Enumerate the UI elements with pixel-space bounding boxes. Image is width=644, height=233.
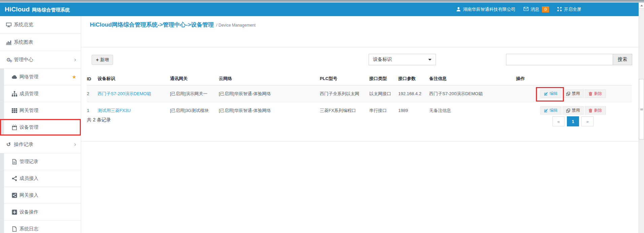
disable-button[interactable]: 禁用 [563, 89, 584, 98]
edit-button[interactable]: 编辑 [540, 106, 562, 115]
column-header-id: ID [87, 72, 98, 85]
edit-button[interactable]: 编辑 [540, 89, 562, 98]
app-logo: HiCloud 网络综合管理系统 [5, 6, 70, 13]
calendar-icon [11, 124, 17, 130]
company-name: 湖南华辰智通科技有限公司 [463, 6, 515, 12]
share-square-icon [11, 192, 17, 198]
sidebar-item-device-management[interactable]: 设备管理 [0, 119, 81, 136]
sidebar-item-gateway-management[interactable]: 网关管理 [0, 102, 81, 119]
history-icon: ↺ [6, 142, 11, 147]
column-header-iface-param: 接口参数 [398, 72, 429, 85]
pagination: « 1 » [552, 116, 594, 126]
delete-button[interactable]: 删除 [585, 89, 606, 98]
gears-icon: ⚙⚙ [6, 57, 11, 63]
search-input[interactable] [506, 54, 613, 65]
delete-button-label: 删除 [594, 108, 602, 113]
chevron-right-icon: › [74, 141, 76, 147]
table-row: 1 测试用三菱FX3U [已启用]3G测试模块 [已启用]华辰智通-体验网络 三… [87, 102, 632, 119]
sidebar-item-label: 网络管理 [20, 74, 38, 80]
plus-square-icon [11, 209, 17, 215]
sidebar-item-label: 设备管理 [20, 124, 38, 130]
cell-remark: 无备注信息 [429, 102, 516, 119]
device-link[interactable]: 西门子S7-200演示DEMO箱 [98, 91, 151, 96]
fullscreen-icon [557, 7, 562, 12]
sidebar-item-member-management[interactable]: 成员管理 [0, 85, 81, 102]
cell-iface-type: 以太网接口 [369, 85, 398, 102]
company-account[interactable]: 湖南华辰智通科技有限公司 [456, 6, 515, 12]
messages-button[interactable]: 消息 0 [523, 6, 549, 12]
fullscreen-label: 开启全屏 [564, 6, 581, 12]
page-title: HiCloud网络综合管理系统->管理中心->设备管理 [90, 21, 214, 29]
sidebar-item-system-charts[interactable]: 系统图表 [0, 34, 81, 51]
column-header-plc: PLC型号 [320, 72, 369, 85]
page-subtitle: / Device Management [216, 23, 256, 28]
window-top-edge [0, 0, 644, 3]
sidebar-item-label: 系统日志 [20, 226, 38, 232]
filter-field-select[interactable]: 设备标识 [369, 54, 436, 65]
sidebar-item-management-records[interactable]: 管理记录 [0, 153, 81, 170]
sidebar-item-label: 成员管理 [20, 91, 38, 97]
divider [81, 141, 639, 142]
column-header-remark: 备注信息 [429, 72, 516, 85]
delete-button[interactable]: 删除 [585, 106, 606, 115]
pagination-prev-button[interactable]: « [552, 116, 565, 126]
sidebar-item-gateway-access[interactable]: 网关接入 [0, 187, 81, 204]
cell-iface-param: 1989 [398, 102, 429, 119]
application-window: HiCloud 网络综合管理系统 湖南华辰智通科技有限公司 消息 0 [0, 3, 639, 233]
top-navbar: HiCloud 网络综合管理系统 湖南华辰智通科技有限公司 消息 0 [0, 3, 639, 16]
disable-button-label: 禁用 [572, 91, 580, 96]
scrollbar-thumb[interactable] [639, 79, 644, 140]
star-icon[interactable]: ★ [72, 74, 76, 80]
column-header-gateway: 通讯网关 [170, 72, 219, 85]
user-icon [456, 7, 461, 12]
sidebar-menu: 系统总览 系统图表 ⚙⚙ 管理中心 › 网络管理 ★ [0, 16, 81, 233]
search-button[interactable]: 搜索 [613, 54, 632, 65]
bar-chart-icon [6, 39, 11, 45]
sidebar-item-label: 系统图表 [14, 39, 33, 45]
fullscreen-button[interactable]: 开启全屏 [557, 6, 581, 12]
clone-icon [566, 109, 570, 113]
disable-button[interactable]: 禁用 [563, 106, 584, 115]
column-header-cloud: 云网络 [219, 72, 320, 85]
cell-cloud: [已启用]华辰智通-体验网络 [219, 102, 320, 119]
sidebar-item-label: 管理中心 [14, 56, 33, 63]
scrollbar-up-arrow[interactable] [639, 3, 644, 8]
edit-button-label: 编辑 [550, 91, 558, 96]
sidebar-item-operation-records[interactable]: ↺ 操作记录 › [0, 136, 81, 153]
content-shell: 系统总览 系统图表 ⚙⚙ 管理中心 › 网络管理 ★ [0, 16, 639, 233]
share-icon [11, 176, 17, 181]
cell-remark: 西门子S7-200演示DEMO箱 [429, 85, 516, 102]
table-row: 2 西门子S7-200演示DEMO箱 [已启用]演示网关一 [已启用]华辰智通-… [87, 85, 632, 102]
cell-iface-type: 串行接口 [369, 102, 398, 119]
sidebar-item-label: 管理记录 [20, 159, 38, 165]
sitemap-icon [11, 91, 17, 96]
search-bar: 搜索 [506, 54, 632, 65]
sidebar-item-network-management[interactable]: 网络管理 ★ [0, 69, 81, 85]
cell-id: 2 [87, 85, 98, 102]
pencil-icon [544, 92, 548, 96]
pagination-next-button[interactable]: » [581, 116, 594, 126]
pagination-page-1[interactable]: 1 [567, 116, 579, 126]
cloud-icon [11, 74, 17, 80]
file-icon [11, 226, 17, 232]
brand-suffix: 网络综合管理系统 [32, 7, 70, 13]
sidebar-item-system-overview[interactable]: 系统总览 [0, 16, 81, 34]
add-device-button[interactable]: + 新增 [92, 55, 113, 65]
edit-button-label: 编辑 [550, 108, 558, 113]
chevron-down-icon [428, 59, 432, 61]
envelope-icon [523, 7, 529, 12]
cell-gateway: [已启用]演示网关一 [170, 85, 219, 102]
sidebar-item-device-operations[interactable]: 设备操作 [0, 204, 81, 221]
device-link[interactable]: 测试用三菱FX3U [98, 108, 131, 113]
sidebar-item-label: 成员接入 [20, 176, 38, 182]
sidebar-item-label: 网关接入 [20, 192, 38, 198]
sidebar-item-management-center[interactable]: ⚙⚙ 管理中心 › [0, 51, 81, 69]
delete-button-label: 删除 [594, 91, 602, 96]
column-header-actions: 操作 [516, 72, 632, 85]
sidebar-item-member-access[interactable]: 成员接入 [0, 170, 81, 187]
scrollbar[interactable] [639, 3, 644, 233]
clone-icon [566, 92, 570, 96]
sidebar-item-system-logs[interactable]: 系统日志 [0, 221, 81, 233]
cell-cloud: [已启用]华辰智通-体验网络 [219, 85, 320, 102]
navbar-right-group: 湖南华辰智通科技有限公司 消息 0 开启全屏 [456, 6, 581, 12]
